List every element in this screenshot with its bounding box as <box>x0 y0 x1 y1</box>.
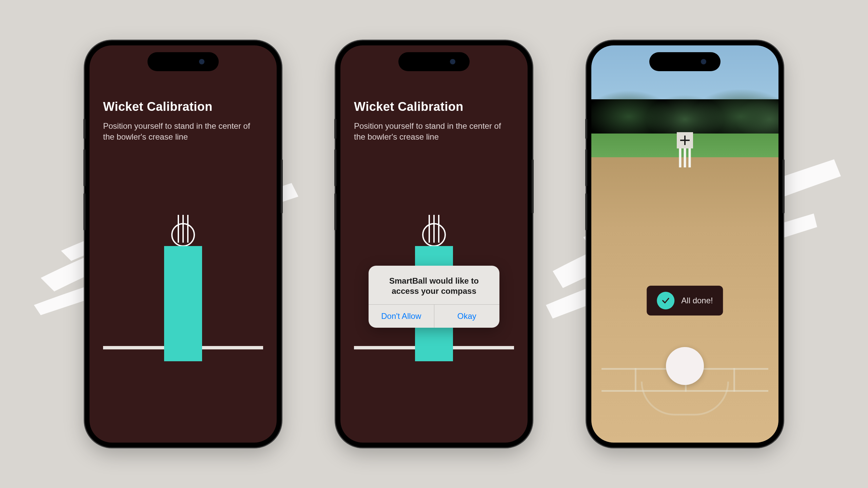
phone-side-button <box>585 149 587 186</box>
page-subtitle: Position yourself to stand in the center… <box>103 121 263 143</box>
dynamic-island <box>398 52 470 71</box>
dynamic-island <box>649 52 721 71</box>
phone-2: Wicket Calibration Position yourself to … <box>336 41 532 447</box>
alert-deny-button[interactable]: Don't Allow <box>369 305 434 328</box>
phone-side-button <box>334 193 336 230</box>
phone-side-button <box>281 159 283 214</box>
person-position-graphic <box>164 223 202 361</box>
person-head-icon <box>171 223 195 247</box>
toast-message: All done! <box>681 296 713 305</box>
success-toast: All done! <box>647 286 723 316</box>
phone-side-button <box>334 119 336 139</box>
page-subtitle: Position yourself to stand in the center… <box>354 121 514 143</box>
screen-calibration: Wicket Calibration Position yourself to … <box>90 45 277 443</box>
phone-3: All done! <box>587 41 783 447</box>
phone-side-button <box>783 159 785 214</box>
bowling-arc-marking <box>641 382 729 415</box>
screen-calibration-with-alert: Wicket Calibration Position yourself to … <box>340 45 528 443</box>
person-head-icon <box>422 223 446 247</box>
permission-alert: SmartBall would like to access your comp… <box>369 266 499 328</box>
phone-side-button <box>532 159 534 214</box>
phone-1: Wicket Calibration Position yourself to … <box>85 41 281 447</box>
phone-side-button <box>585 119 587 139</box>
phone-side-button <box>585 193 587 230</box>
phone-side-button <box>83 119 85 139</box>
phone-showcase: Wicket Calibration Position yourself to … <box>0 0 868 488</box>
crosshair-target-icon[interactable] <box>677 132 693 148</box>
alert-allow-button[interactable]: Okay <box>434 305 500 328</box>
phone-side-button <box>83 193 85 230</box>
page-title: Wicket Calibration <box>103 100 263 114</box>
phone-side-button <box>83 149 85 186</box>
screen-camera-capture: All done! <box>591 45 778 443</box>
checkmark-icon <box>657 292 674 309</box>
person-body-icon <box>164 246 202 361</box>
phone-side-button <box>334 149 336 186</box>
alert-title: SmartBall would like to access your comp… <box>377 276 491 296</box>
dynamic-island <box>147 52 219 71</box>
page-title: Wicket Calibration <box>354 100 514 114</box>
capture-shutter-button[interactable] <box>666 347 704 385</box>
far-wicket-stumps <box>679 148 691 167</box>
